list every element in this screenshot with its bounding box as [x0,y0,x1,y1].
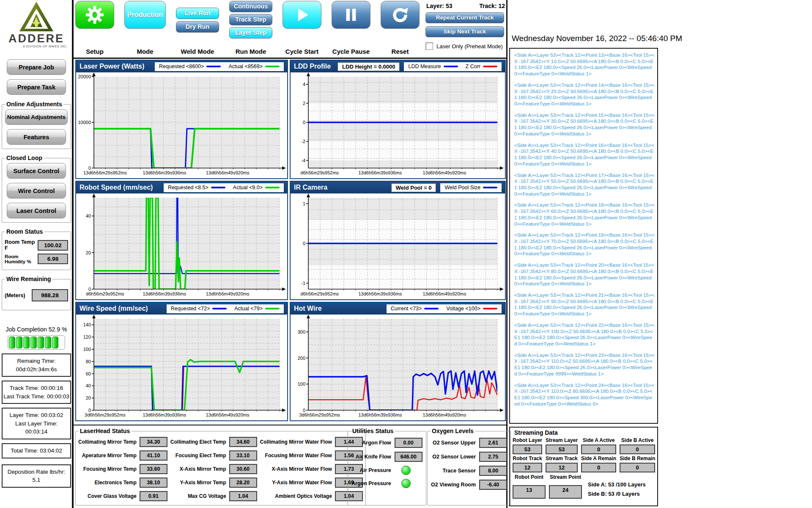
cycle-pause-button[interactable] [332,1,370,29]
laserhead-value: 33.10 [229,450,257,461]
wire-remaining-title: Wire Remaining [5,276,52,282]
laserhead-label: Collimating Mirror Temp [78,439,137,445]
stream-entry: <Side A><Layer 53><Track 12><Point 14><B… [514,82,655,107]
prepare-job-button[interactable]: Prepare Job [7,59,66,75]
air-pressure-led-indicator [401,466,411,475]
svg-text:0: 0 [303,120,305,125]
status-label: O2 Sensor Lower [431,454,476,460]
laserhead-value: 34.30 [140,437,167,447]
streaming-data-value: 0 [581,444,616,454]
status-label: Trace Sensor [431,468,476,474]
laserhead-label: Aperature Mirror Temp [78,453,137,458]
laserhead-status-group: LaserHead Status Collimating Mirror Temp… [75,428,366,505]
track-controls: Layer: 53 Track: 12 Repeat Current Track… [425,3,506,50]
streaming-data-header: Stream Track [546,456,578,461]
surface-control-button[interactable]: Surface Control [7,163,66,179]
cycle-start-label: Cycle Start [285,48,318,56]
nominal-adjustments-button[interactable]: Nominal Adjustments [5,109,68,125]
reset-button[interactable] [381,1,420,29]
left-divider [72,0,74,508]
progress-segment [52,337,58,348]
wire-meters-value: 988.28 [32,289,68,301]
laser-only-checkbox[interactable] [425,42,433,50]
wire-speed-title: Wire Speed (mm/sec) [80,305,148,312]
wire-speed-legend: Requested <72>Actual <79> [167,304,284,313]
laserhead-value: 38.10 [140,478,167,488]
svg-text:20000: 20000 [78,74,91,79]
laserhead-grid: Collimating Mirror Temp34.30Collimating … [77,436,364,501]
continuous-button[interactable]: Continuous [229,1,272,12]
streaming-data-header: Robot Track [513,456,542,461]
streaming-data-value: 0 [620,463,655,472]
ldd-profile-plot: -4-2024d6h56m29s952ms13d6h56m39s936ms13d… [291,72,505,177]
ldd-profile-title: LDD Profile [294,63,331,70]
ir-camera-title: IR Camera [294,184,327,191]
svg-text:13d6h56m39s936ms: 13d6h56m39s936ms [358,412,402,417]
track-step-button[interactable]: Track Step [229,14,272,25]
legend-item: LDD Measure [408,64,458,69]
status-value: 8.00 [479,466,507,476]
svg-text:d6h56m29s952ms: d6h56m29s952ms [86,291,124,296]
laserhead-label: X-Axis Mirror Temp [170,466,226,472]
skip-next-track-button[interactable]: Skip Next Track [425,26,504,37]
legend-item: Actual <8569> [228,64,280,69]
repeat-current-track-button[interactable]: Repeat Current Track [425,12,504,23]
laserhead-value: 0.91 [140,491,167,501]
pause-icon [343,7,359,23]
ir-camera-plot: -101d6h56m29s952ms13d6h56m39s936ms13d6h5… [291,193,505,298]
dry-run-button[interactable]: Dry Run [176,21,219,33]
svg-text:3d6h56m29s952ms: 3d6h56m29s952ms [85,412,126,417]
online-adjustments-title: Online Adjustments [5,101,63,108]
laserhead-label: Ambient Optics Voltage [260,493,332,499]
legend-line-swatch [483,66,497,67]
svg-text:120: 120 [83,334,91,340]
robot-speed-header: Robot Speed (mm/sec) Requested <8.5>Actu… [76,182,287,193]
legend-item: Current <73> [391,306,439,312]
sidebar: Prepare Job Prepare Task Online Adjustme… [2,50,71,491]
laserhead-label: Y-Axis Mirror Temp [170,480,226,486]
wire-control-button[interactable]: Wire Control [7,183,66,199]
argon-pressure-led-indicator [401,479,411,488]
track-indicator: Track: 12 [479,3,505,9]
legend-item: Z Corr [466,64,497,69]
ldd-profile-header: LDD Profile LDD Height = 0.0000 LDD Meas… [291,61,505,72]
svg-text:300: 300 [298,329,305,334]
wire-remaining-group: Wire Remaining (Meters) 988.28 [2,276,71,310]
stream-entry: <Side A><Layer 53><Track 12><Point 23><B… [514,352,655,377]
progress-segment [38,337,44,348]
mode-production-button[interactable]: Production [124,1,166,29]
progress-segment [30,337,37,348]
legend-line-swatch [211,187,225,188]
status-label: Air Knife Flow [351,454,391,460]
stream-entry: <Side A><Layer 53><Track 12><Point 15><B… [514,112,655,137]
svg-text:60: 60 [86,371,91,376]
legend-line-swatch [444,66,458,67]
streaming-data-header: Stream Point [549,474,582,484]
laserhead-label: Collimating Mirror Water Flow [260,439,332,445]
layer-step-button[interactable]: Layer Step [229,27,272,39]
prepare-task-button[interactable]: Prepare Task [7,79,66,95]
setup-label: Setup [86,48,104,56]
setup-button[interactable] [75,1,114,29]
svg-text:13d6h56m49s920ms: 13d6h56m49s920ms [422,412,466,417]
svg-text:d6h56m29s952ms: d6h56m29s952ms [301,291,339,296]
status-label: Argon Pressure [351,480,391,486]
laserhead-value: 34.60 [229,437,257,447]
laser-power-plot: 0100002000013d6h56m29s952ms13d6h56m39s93… [76,72,287,177]
live-run-button[interactable]: Live Run [176,8,219,19]
oxygen-levels-group: Oxygen Levels O2 Sensor Upper2.61O2 Sens… [427,428,511,505]
features-button[interactable]: Features [7,129,66,145]
streaming-data-header: Side A Active [581,437,616,443]
svg-text:20: 20 [86,395,91,400]
weld-pool-indicator: Weld Pool = 0 [391,183,436,192]
ldd-profile-panel: LDD Profile LDD Height = 0.0000 LDD Meas… [290,60,506,179]
cycle-start-button[interactable] [283,1,321,29]
laserhead-value: 1.04 [229,491,257,501]
laser-control-button[interactable]: Laser Control [7,203,66,218]
streaming-data-points: Robot PointStream Point1324 [513,474,582,499]
streaming-data-header: Robot Layer [513,437,542,443]
legend-line-swatch [265,187,280,188]
legend-line-swatch [206,66,221,67]
stream-entry: <Side A><Layer 53><Track 12><Point 22><B… [514,322,655,347]
utilities-grid: Argon Flow0.00Air Knife Flow646.00Air Pr… [350,436,424,488]
